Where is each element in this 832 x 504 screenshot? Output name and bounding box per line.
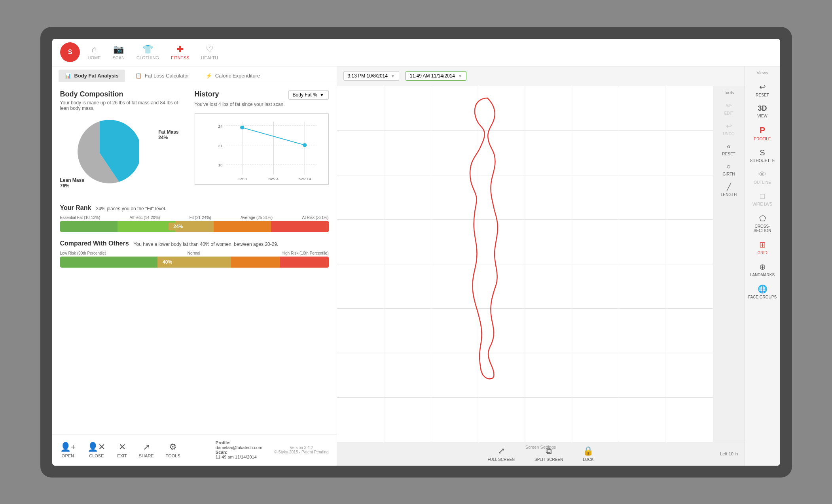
scan-icon: 📷 — [113, 44, 124, 55]
btn-lock[interactable]: 🔒 LOCK — [583, 446, 593, 462]
screen: S ⌂ HOME 📷 SCAN 👕 CLOTHING ✚ FIT — [52, 39, 780, 466]
action-open[interactable]: 👤+ OPEN — [60, 442, 76, 458]
home-icon: ⌂ — [91, 44, 97, 55]
compare-bar-wrapper: 40% — [60, 257, 329, 268]
view-face-groups[interactable]: 🌐 FACE GROUPS — [745, 281, 780, 302]
history-chart: 24 21 18 Oct 8 Nov 4 Nov 14 — [195, 113, 329, 185]
compare-section: Compared With Others You have a lower bo… — [60, 240, 329, 268]
dropdown-arrow-icon: ▼ — [320, 92, 324, 98]
tool-undo[interactable]: ↩ UNDO — [713, 119, 745, 138]
tab-fat-loss[interactable]: 📋 Fat Loss Calculator — [129, 70, 195, 82]
nav-health[interactable]: ♡ HEALTH — [201, 44, 218, 60]
view-3d[interactable]: 3D VIEW — [745, 101, 780, 121]
scan-toolbar: 3:13 PM 10/8/2014 ▼ 11:49 AM 11/14/2014 … — [337, 66, 745, 86]
left-panel: 📊 Body Fat Analysis 📋 Fat Loss Calculato… — [52, 66, 337, 466]
svg-text:21: 21 — [218, 143, 222, 148]
your-rank-section: Your Rank 24% places you on the "Fit" le… — [60, 204, 329, 232]
view-reset[interactable]: ↩ RESET — [745, 79, 780, 100]
bottom-bar: 👤+ OPEN 👤✕ CLOSE ✕ EXIT ↗ SHARE — [52, 434, 337, 466]
tools-title: Tools — [724, 90, 734, 95]
composition-subtitle: Your body is made up of 26 lbs of fat ma… — [60, 100, 187, 111]
tab-caloric[interactable]: ⚡ Caloric Expenditure — [199, 70, 266, 82]
tool-edit[interactable]: ✏ EDIT — [713, 99, 745, 118]
caloric-tab-icon: ⚡ — [206, 73, 212, 79]
grid-svg — [337, 86, 713, 442]
history-dropdown[interactable]: Body Fat % ▼ — [288, 90, 329, 100]
tab-body-fat[interactable]: 📊 Body Fat Analysis — [59, 70, 125, 82]
nav-items: ⌂ HOME 📷 SCAN 👕 CLOTHING ✚ FITNESS ♡ — [88, 44, 772, 60]
nav-fitness[interactable]: ✚ FITNESS — [171, 44, 189, 60]
view-silhouette-icon: S — [760, 148, 765, 157]
compare-bar-low — [60, 257, 158, 268]
action-close[interactable]: 👤✕ CLOSE — [87, 442, 105, 458]
tabs: 📊 Body Fat Analysis 📋 Fat Loss Calculato… — [52, 66, 337, 82]
views-title: Views — [756, 70, 768, 75]
rank-description: 24% places you on the "Fit" level. — [96, 206, 166, 211]
action-share[interactable]: ↗ SHARE — [139, 442, 154, 458]
date-dropdown-1[interactable]: 3:13 PM 10/8/2014 ▼ — [343, 71, 399, 81]
view-profile[interactable]: P PROFILE — [745, 122, 780, 144]
view-grid[interactable]: ⊞ GRID — [745, 237, 780, 258]
version-info: Version 3.4.2 © Styku 2015 - Patent Pend… — [274, 445, 328, 454]
view-outline[interactable]: 👁 OUTLINE — [745, 167, 780, 188]
compare-marker-badge: 40% — [158, 258, 177, 266]
tool-girth[interactable]: ○ GIRTH — [713, 160, 745, 179]
lock-icon: 🔒 — [583, 446, 593, 456]
screen-settings-title: Screen Settings — [525, 445, 556, 449]
bar-average — [214, 221, 271, 232]
silhouette-view — [337, 86, 713, 442]
svg-point-16 — [303, 143, 307, 147]
history-chart-svg: 24 21 18 Oct 8 Nov 4 Nov 14 — [195, 114, 328, 184]
screen-settings-bar: Screen Settings ⤢ FULL SCREEN ⧉ SPLIT-SC… — [337, 442, 745, 466]
exit-icon: ✕ — [119, 442, 126, 452]
lean-mass-label: Lean Mass 76% — [60, 177, 84, 189]
bar-essential — [60, 221, 118, 232]
action-tools[interactable]: ⚙ TOOLS — [166, 442, 180, 458]
close-icon: 👤✕ — [87, 442, 105, 452]
body-fat-tab-icon: 📊 — [65, 73, 71, 79]
body-composition-section: Body Composition Your body is made up of… — [60, 90, 187, 196]
svg-text:Nov 4: Nov 4 — [268, 177, 279, 181]
composition-title: Body Composition — [60, 90, 187, 98]
view-wire-icon: □ — [760, 192, 765, 201]
tools-icon: ⚙ — [169, 442, 177, 452]
history-title: History — [195, 90, 219, 98]
scan-main: Tools ✏ EDIT ↩ UNDO « RESET — [337, 86, 745, 442]
app-logo: S — [60, 42, 80, 62]
view-face-groups-icon: 🌐 — [758, 284, 768, 294]
tool-length[interactable]: ╱ LENGTH — [713, 180, 745, 199]
tool-reset[interactable]: « RESET — [713, 140, 745, 159]
undo-icon: ↩ — [726, 122, 732, 130]
device-frame: S ⌂ HOME 📷 SCAN 👕 CLOTHING ✚ FIT — [40, 27, 792, 478]
view-landmarks[interactable]: ⊕ LANDMARKS — [745, 259, 780, 280]
length-icon: ╱ — [727, 183, 731, 191]
view-outline-icon: 👁 — [758, 170, 766, 179]
rank-bar — [60, 221, 329, 232]
view-grid-icon: ⊞ — [759, 240, 766, 249]
dropdown2-arrow-icon: ▼ — [458, 74, 462, 78]
right-panel: Views ↩ RESET 3D VIEW P PROFILE S SILHOU… — [745, 66, 780, 466]
health-icon: ♡ — [206, 44, 214, 55]
date-dropdown-2[interactable]: 11:49 AM 11/14/2014 ▼ — [406, 71, 466, 81]
view-cross-section[interactable]: ⬠ CROSS-SECTION — [745, 210, 780, 236]
svg-text:S: S — [68, 49, 72, 55]
edit-icon: ✏ — [726, 101, 732, 110]
view-wirelws[interactable]: □ WIRE LWS — [745, 189, 780, 210]
reset-icon: « — [727, 142, 731, 151]
svg-text:24: 24 — [218, 124, 222, 128]
bar-athletic — [118, 221, 175, 232]
action-exit[interactable]: ✕ EXIT — [117, 442, 127, 458]
nav-clothing[interactable]: 👕 CLOTHING — [136, 44, 159, 60]
top-nav: S ⌂ HOME 📷 SCAN 👕 CLOTHING ✚ FIT — [52, 39, 780, 66]
view-silhouette[interactable]: S SILHOUETTE — [745, 145, 780, 166]
svg-text:Nov 14: Nov 14 — [298, 177, 311, 181]
history-section: History Body Fat % ▼ You've lost 4 lbs o… — [195, 90, 329, 196]
compare-bar-mid — [231, 257, 280, 268]
compare-bar — [60, 257, 329, 268]
nav-home[interactable]: ⌂ HOME — [88, 44, 101, 60]
body-silhouette-path — [470, 98, 497, 379]
view-3d-icon: 3D — [758, 104, 767, 113]
girth-icon: ○ — [727, 162, 731, 171]
nav-scan[interactable]: 📷 SCAN — [113, 44, 125, 60]
btn-full-screen[interactable]: ⤢ FULL SCREEN — [487, 446, 515, 462]
